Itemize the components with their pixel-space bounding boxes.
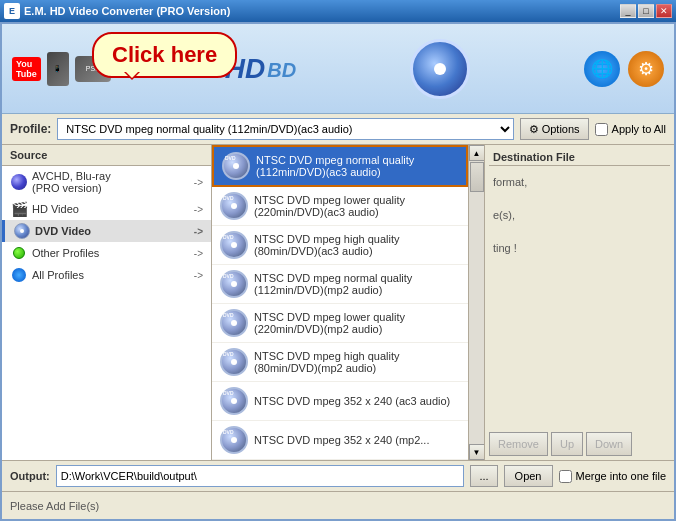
- format-label-6: NTSC DVD mpeg high quality (80min/DVD)(m…: [254, 350, 460, 374]
- status-bar: Please Add File(s): [2, 491, 674, 519]
- callout-bubble[interactable]: Click here: [92, 32, 237, 78]
- remove-button[interactable]: Remove: [489, 432, 548, 456]
- hd-arrow: ->: [194, 204, 203, 215]
- options-label: Options: [542, 123, 580, 135]
- hd-video-label: HD Video: [32, 203, 79, 215]
- format-item-5[interactable]: DVD NTSC DVD mpeg lower quality (220min/…: [212, 304, 468, 343]
- sidebar-item-hd-video[interactable]: 🎬 HD Video ->: [2, 198, 211, 220]
- dest-line2: e(s),: [493, 209, 515, 221]
- merge-label: Merge into one file: [576, 470, 667, 482]
- sidebar-item-dvd-video[interactable]: DVD Video ->: [2, 220, 211, 242]
- top-right-icons: 🌐 ⚙: [584, 51, 664, 87]
- apply-all-area: Apply to All: [595, 123, 666, 136]
- all-arrow: ->: [194, 270, 203, 281]
- scroll-down-arrow[interactable]: ▼: [469, 444, 485, 460]
- minimize-button[interactable]: _: [620, 4, 636, 18]
- other-arrow: ->: [194, 248, 203, 259]
- film-icon: 🎬: [10, 202, 28, 216]
- browse-button[interactable]: ...: [470, 465, 497, 487]
- scroll-thumb[interactable]: [470, 162, 484, 192]
- action-buttons: Remove Up Down: [489, 428, 670, 456]
- dest-description: format, e(s), ting !: [489, 170, 670, 261]
- avchd-label: AVCHD, Blu-ray(PRO version): [32, 170, 111, 194]
- status-text: Please Add File(s): [10, 500, 99, 512]
- output-path-input[interactable]: [56, 465, 465, 487]
- disc-icon-1: DVD: [222, 152, 250, 180]
- settings-icon[interactable]: ⚙: [628, 51, 664, 87]
- down-button[interactable]: Down: [586, 432, 632, 456]
- bluray-icon: [10, 175, 28, 189]
- main-window: YouTube 📱 PSP Click here HD BD 🌐 ⚙ Profi…: [0, 22, 676, 521]
- phone-icon: 📱: [47, 52, 69, 86]
- avchd-arrow: ->: [194, 177, 203, 188]
- callout-text: Click here: [112, 42, 217, 67]
- sidebar-item-other-profiles[interactable]: Other Profiles ->: [2, 242, 211, 264]
- disc-icon-4: DVD: [220, 270, 248, 298]
- format-item-7[interactable]: DVD NTSC DVD mpeg 352 x 240 (ac3 audio): [212, 382, 468, 421]
- sidebar-item-avchd[interactable]: AVCHD, Blu-ray(PRO version) ->: [2, 166, 211, 198]
- disc-icon-6: DVD: [220, 348, 248, 376]
- disc-decoration: [410, 39, 470, 99]
- format-item-3[interactable]: DVD NTSC DVD mpeg high quality (80min/DV…: [212, 226, 468, 265]
- apply-all-label: Apply to All: [612, 123, 666, 135]
- download-icon[interactable]: 🌐: [584, 51, 620, 87]
- dvd-arrow: ->: [194, 226, 203, 237]
- sidebar-item-all-profiles[interactable]: All Profiles ->: [2, 264, 211, 286]
- format-list: DVD NTSC DVD mpeg normal quality (112min…: [212, 145, 468, 460]
- gear-icon: ⚙: [529, 123, 539, 136]
- options-button[interactable]: ⚙ Options: [520, 118, 589, 140]
- format-item-4[interactable]: DVD NTSC DVD mpeg normal quality (112min…: [212, 265, 468, 304]
- all-profiles-label: All Profiles: [32, 269, 84, 281]
- dvd-video-label: DVD Video: [35, 225, 91, 237]
- apply-all-checkbox[interactable]: [595, 123, 608, 136]
- output-row: Output: ... Open Merge into one file: [2, 460, 674, 491]
- format-item-6[interactable]: DVD NTSC DVD mpeg high quality (80min/DV…: [212, 343, 468, 382]
- output-label: Output:: [10, 470, 50, 482]
- format-list-scrollbar[interactable]: ▲ ▼: [468, 145, 484, 460]
- dvd-icon: [13, 224, 31, 238]
- format-label-2: NTSC DVD mpeg lower quality (220min/DVD)…: [254, 194, 460, 218]
- disc-icon-2: DVD: [220, 192, 248, 220]
- format-item-8[interactable]: DVD NTSC DVD mpeg 352 x 240 (mp2...: [212, 421, 468, 460]
- profile-select[interactable]: NTSC DVD mpeg normal quality (112min/DVD…: [57, 118, 513, 140]
- app-icon: E: [4, 3, 20, 19]
- green-dot-icon: [10, 246, 28, 260]
- format-item-1[interactable]: DVD NTSC DVD mpeg normal quality (112min…: [212, 145, 468, 187]
- format-label-1: NTSC DVD mpeg normal quality (112min/DVD…: [256, 154, 458, 178]
- other-profiles-label: Other Profiles: [32, 247, 99, 259]
- dest-line3: ting !: [493, 242, 517, 254]
- format-label-7: NTSC DVD mpeg 352 x 240 (ac3 audio): [254, 395, 450, 407]
- content-area: Source AVCHD, Blu-ray(PRO version) -> 🎬 …: [2, 145, 674, 460]
- top-area: YouTube 📱 PSP Click here HD BD 🌐 ⚙: [2, 24, 674, 114]
- far-right-panel: Destination File format, e(s), ting ! Re…: [484, 145, 674, 460]
- youtube-badge: YouTube: [12, 57, 41, 81]
- title-controls: _ □ ✕: [620, 4, 672, 18]
- profile-row: Profile: NTSC DVD mpeg normal quality (1…: [2, 114, 674, 145]
- disc-icon-5: DVD: [220, 309, 248, 337]
- merge-checkbox[interactable]: [559, 470, 572, 483]
- app-title: E.M. HD Video Converter (PRO Version): [24, 5, 230, 17]
- scroll-up-arrow[interactable]: ▲: [469, 145, 485, 161]
- bd-text: BD: [267, 59, 296, 82]
- dest-line1: format,: [493, 176, 527, 188]
- format-item-2[interactable]: DVD NTSC DVD mpeg lower quality (220min/…: [212, 187, 468, 226]
- globe-icon-sm: [10, 268, 28, 282]
- title-bar-left: E E.M. HD Video Converter (PRO Version): [4, 3, 230, 19]
- maximize-button[interactable]: □: [638, 4, 654, 18]
- title-bar: E E.M. HD Video Converter (PRO Version) …: [0, 0, 676, 22]
- open-button[interactable]: Open: [504, 465, 553, 487]
- disc-icon-3: DVD: [220, 231, 248, 259]
- disc-icon-7: DVD: [220, 387, 248, 415]
- source-tab[interactable]: Source: [2, 145, 211, 166]
- up-button[interactable]: Up: [551, 432, 583, 456]
- disc-icon-8: DVD: [220, 426, 248, 454]
- disc-center: [434, 63, 446, 75]
- center-right-area: DVD NTSC DVD mpeg normal quality (112min…: [212, 145, 674, 460]
- destination-header: Destination File: [489, 149, 670, 166]
- profile-label: Profile:: [10, 122, 51, 136]
- format-label-8: NTSC DVD mpeg 352 x 240 (mp2...: [254, 434, 429, 446]
- merge-area: Merge into one file: [559, 470, 667, 483]
- format-list-wrapper: DVD NTSC DVD mpeg normal quality (112min…: [212, 145, 484, 460]
- format-list-panel: DVD NTSC DVD mpeg normal quality (112min…: [212, 145, 484, 460]
- close-button[interactable]: ✕: [656, 4, 672, 18]
